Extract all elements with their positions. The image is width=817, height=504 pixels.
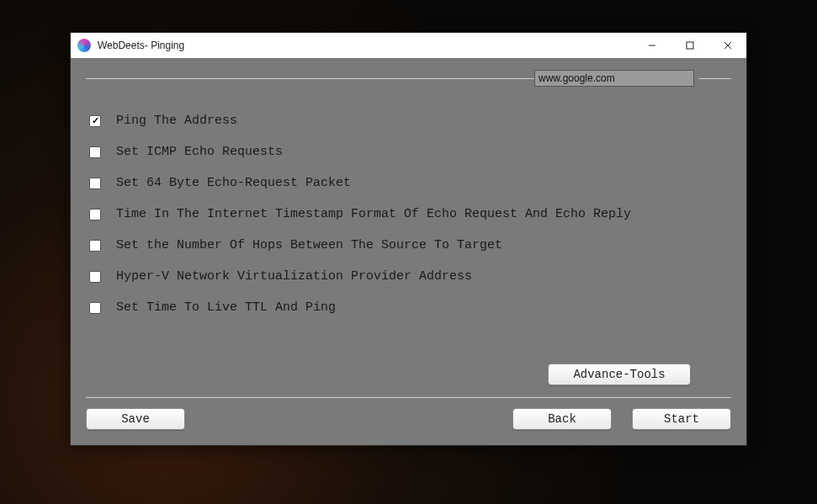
app-icon [77,39,91,52]
option-label: Hyper-V Network Virtualization Provider … [116,269,472,284]
option-label: Set 64 Byte Echo-Request Packet [116,176,351,190]
option-icmp-echo[interactable]: Set ICMP Echo Requests [89,145,731,159]
maximize-button[interactable] [671,33,708,58]
advance-tools-button[interactable]: Advance-Tools [548,363,691,385]
option-label: Set ICMP Echo Requests [116,145,283,159]
divider [86,78,534,79]
advance-row: Advance-Tools [86,363,731,385]
save-button[interactable]: Save [86,408,185,430]
checkbox[interactable] [89,302,101,314]
option-ttl[interactable]: Set Time To Live TTL And Ping [89,300,731,315]
app-window: WebDeets- Pinging Ping The Address Set I… [70,32,747,446]
divider [86,397,731,398]
option-label: Ping The Address [116,114,237,128]
option-64byte-packet[interactable]: Set 64 Byte Echo-Request Packet [89,176,731,190]
checkbox[interactable] [89,209,101,220]
divider [699,78,731,79]
option-label: Set the Number Of Hops Between The Sourc… [116,238,502,252]
back-button[interactable]: Back [512,408,612,430]
checkbox[interactable] [89,178,101,189]
checkbox[interactable] [89,115,101,127]
options-list: Ping The Address Set ICMP Echo Requests … [86,95,731,369]
bottom-buttons: Save Back Start [86,408,731,430]
start-button[interactable]: Start [632,408,731,430]
option-timestamp-format[interactable]: Time In The Internet Timestamp Format Of… [89,207,731,221]
svg-rect-1 [687,42,693,49]
close-button[interactable] [708,33,746,58]
window-title: WebDeets- Pinging [98,40,184,51]
option-ping-address[interactable]: Ping The Address [89,114,731,128]
option-label: Time In The Internet Timestamp Format Of… [116,207,631,221]
option-hyperv[interactable]: Hyper-V Network Virtualization Provider … [89,269,731,284]
checkbox[interactable] [89,146,101,158]
titlebar[interactable]: WebDeets- Pinging [71,33,746,58]
content-panel: Ping The Address Set ICMP Echo Requests … [71,58,746,445]
checkbox[interactable] [89,240,101,252]
minimize-button[interactable] [633,33,671,58]
option-label: Set Time To Live TTL And Ping [116,300,336,315]
option-hops[interactable]: Set the Number Of Hops Between The Sourc… [89,238,731,252]
address-input[interactable] [534,70,694,87]
address-row [86,70,731,87]
checkbox[interactable] [89,271,101,283]
